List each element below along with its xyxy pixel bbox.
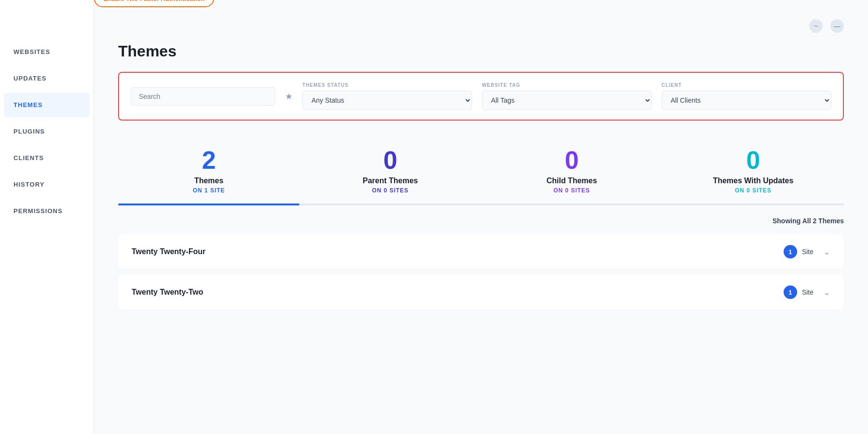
website-tag-filter-group: WEBSITE TAG All Tags: [482, 82, 651, 110]
client-select[interactable]: All Clients: [662, 91, 831, 110]
progress-bar-container: [118, 203, 844, 205]
stat-child-themes[interactable]: 0 Child Themes ON 0 SITES: [481, 138, 663, 203]
site-count-badge: 1: [784, 245, 797, 258]
sidebar-item-themes[interactable]: THEMES: [4, 93, 90, 117]
stat-themes-updates[interactable]: 0 Themes With Updates ON 0 SITES: [663, 138, 844, 203]
table-row[interactable]: Twenty Twenty-Two 1 Site ⌄: [118, 275, 844, 310]
sidebar-item-websites[interactable]: WEBSITES: [4, 40, 90, 64]
search-input[interactable]: [131, 87, 275, 106]
site-label: Site: [802, 288, 814, 296]
stat-themes[interactable]: 2 Themes ON 1 SITE: [118, 138, 299, 203]
sidebar-item-updates[interactable]: UPDATES: [4, 66, 90, 91]
stat-themes-updates-number: 0: [667, 148, 839, 173]
stat-parent-themes-label: Parent Themes: [304, 176, 476, 185]
stat-child-themes-number: 0: [486, 148, 658, 173]
top-icons: ~ —: [809, 19, 844, 33]
enable-2fa-button[interactable]: Enable Two-Factor Authentication: [94, 0, 214, 7]
site-label: Site: [802, 248, 814, 256]
client-label: CLIENT: [662, 82, 831, 88]
theme-name: Twenty Twenty-Four: [132, 247, 774, 256]
showing-all-label: Showing All 2 Themes: [118, 217, 844, 225]
stat-themes-updates-sub: ON 0 SITES: [667, 187, 839, 194]
theme-sites: 1 Site: [784, 245, 814, 258]
theme-sites: 1 Site: [784, 285, 814, 299]
sidebar: WEBSITES UPDATES THEMES PLUGINS CLIENTS …: [0, 0, 94, 434]
stat-child-themes-sub: ON 0 SITES: [486, 187, 658, 194]
chevron-down-icon: ⌄: [823, 246, 830, 257]
website-tag-select[interactable]: All Tags: [482, 91, 651, 110]
minus-icon[interactable]: —: [830, 19, 844, 33]
page-title: Themes: [118, 42, 844, 60]
theme-list: Twenty Twenty-Four 1 Site ⌄ Twenty Twent…: [118, 234, 844, 310]
themes-status-select[interactable]: Any Status Active Inactive: [302, 91, 472, 110]
stat-themes-updates-label: Themes With Updates: [667, 176, 839, 185]
themes-status-label: THEMES STATUS: [302, 82, 472, 88]
user-icon[interactable]: ~: [809, 19, 823, 33]
stats-row: 2 Themes ON 1 SITE 0 Parent Themes ON 0 …: [118, 138, 844, 203]
chevron-down-icon: ⌄: [823, 287, 830, 298]
stat-themes-label: Themes: [123, 176, 295, 185]
stat-parent-themes[interactable]: 0 Parent Themes ON 0 SITES: [299, 138, 481, 203]
stat-themes-sub: ON 1 SITE: [123, 187, 295, 194]
stat-parent-themes-sub: ON 0 SITES: [304, 187, 476, 194]
site-count-badge: 1: [784, 285, 797, 299]
top-bar: Enable Two-Factor Authentication ~ —: [118, 19, 844, 33]
table-row[interactable]: Twenty Twenty-Four 1 Site ⌄: [118, 234, 844, 269]
sidebar-item-clients[interactable]: CLIENTS: [4, 146, 90, 170]
theme-name: Twenty Twenty-Two: [132, 288, 774, 297]
themes-status-filter-group: THEMES STATUS Any Status Active Inactive: [302, 82, 472, 110]
main-content: Enable Two-Factor Authentication ~ — The…: [94, 0, 868, 434]
stat-child-themes-label: Child Themes: [486, 176, 658, 185]
client-filter-group: CLIENT All Clients: [662, 82, 831, 110]
sidebar-item-permissions[interactable]: PERMISSIONS: [4, 199, 90, 223]
favorites-star-icon[interactable]: ★: [285, 91, 293, 102]
filter-bar: ★ THEMES STATUS Any Status Active Inacti…: [118, 72, 844, 121]
sidebar-item-plugins[interactable]: PLUGINS: [4, 119, 90, 144]
sidebar-item-history[interactable]: HISTORY: [4, 172, 90, 197]
stat-themes-number: 2: [123, 148, 295, 173]
stat-parent-themes-number: 0: [304, 148, 476, 173]
website-tag-label: WEBSITE TAG: [482, 82, 651, 88]
progress-bar-fill: [118, 203, 299, 205]
